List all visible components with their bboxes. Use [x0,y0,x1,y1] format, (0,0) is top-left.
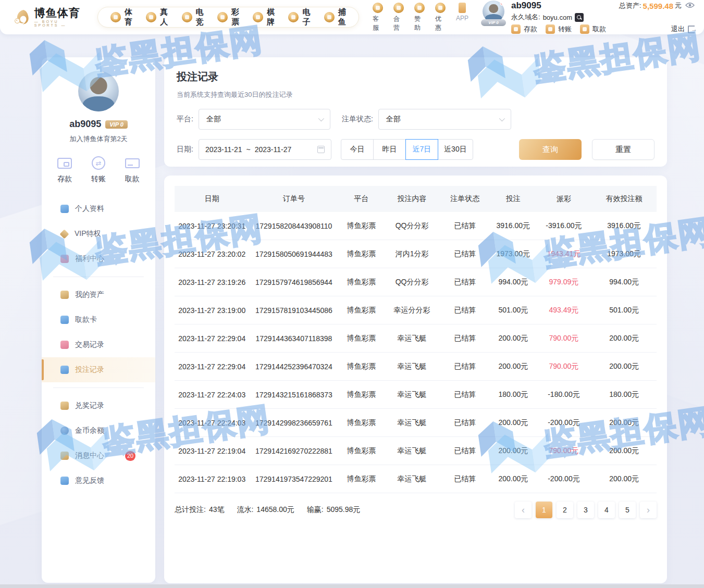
partnership-link[interactable]: 合营 [393,3,404,32]
page-button-3[interactable]: 3 [577,502,594,518]
nav-item-live-casino[interactable]: 真人 [146,7,168,27]
page: 博鱼体育 — BOYU SPORTS — 体育 真人 电竞 彩票 棋牌 电子 捕… [0,0,704,588]
cell-content: QQ分分彩 [384,221,439,231]
platform-label: 平台: [177,115,193,124]
nav-label: 体育 [125,7,132,27]
platform-value: 全部 [206,115,221,124]
eye-icon[interactable] [685,1,695,10]
quick-today-button[interactable]: 今日 [341,139,374,160]
quick-30days-button[interactable]: 近30日 [438,139,473,160]
search-icon[interactable] [575,13,584,22]
notification-dot [500,1,504,6]
cell-platform: 博鱼彩票 [339,362,385,371]
nav-item-esports[interactable]: 电竞 [182,7,204,27]
sidebar-item-coin-balance[interactable]: 金币余额 [42,418,155,443]
cell-payout: -3916.00元 [536,221,591,231]
col-order: 订单号 [249,194,338,204]
page-button-5[interactable]: 5 [619,502,636,518]
sidebar-item-transactions[interactable]: 交易记录 [42,332,155,357]
transfer-circle-icon: ⇄ [92,156,105,170]
quick-7days-button[interactable]: 近7日 [405,139,438,160]
nav-item-fishing[interactable]: 捕鱼 [324,7,346,27]
cell-content: 幸运分分彩 [384,306,439,315]
quick-withdraw[interactable]: 取款 [125,156,140,184]
promotions-icon [435,3,446,13]
cell-bet: 180.00元 [490,390,536,399]
cell-content: 幸运飞艇 [384,362,439,371]
nav-label: 真人 [160,7,168,27]
nav-item-lottery[interactable]: 彩票 [217,7,239,27]
prev-page-button[interactable]: ‹ [515,502,532,518]
page-button-4[interactable]: 4 [598,502,615,518]
cell-order: 1729144252396470324 [249,362,338,371]
date-separator: ~ [246,145,250,154]
sidebar-item-withdraw-card[interactable]: 取款卡 [42,307,155,332]
next-page-button[interactable]: › [640,502,657,518]
sponsor-icon [414,3,425,13]
sidebar-item-vip[interactable]: VIP特权 [42,221,155,246]
quick-transfer[interactable]: ⇄转账 [91,156,106,184]
transfer-button[interactable]: 转账 [546,24,572,34]
nav-item-slots[interactable]: 电子 [288,7,310,27]
col-payout: 派彩 [536,194,591,204]
profile-avatar[interactable] [78,71,119,111]
page-button-2[interactable]: 2 [557,502,573,518]
sidebar-item-prize-records[interactable]: 兑奖记录 [42,393,155,418]
summary: 总计投注:43笔 流水:14658.00元 输赢:5095.98元 [175,505,360,515]
divider [53,387,144,388]
logout-button[interactable]: 退出 [671,24,695,34]
page-button-1[interactable]: 1 [536,502,552,518]
vip-badge: VIP 0 [105,120,128,129]
sidebar-item-welfare[interactable]: 福利中心 [42,246,155,271]
nav-item-sports[interactable]: 体育 [110,7,132,27]
chevron-down-icon [499,116,505,121]
customer-service-link[interactable]: 客服 [373,3,383,32]
winloss-value: 5095.98元 [327,505,361,515]
reset-button[interactable]: 重置 [592,139,654,160]
cell-date: 2023-11-27 23:20:02 [175,250,249,258]
profile-icon [60,205,69,213]
assets-label: 总资产: [619,1,641,10]
sidebar-item-assets[interactable]: 我的资产 [42,282,155,307]
user-avatar-wrap[interactable]: VIP 0 [481,1,506,34]
menu-label: 金币余额 [75,426,104,435]
joined-text: 加入博鱼体育第2天 [42,134,155,144]
nav-label: 捕鱼 [338,7,346,27]
date-range-input[interactable]: 2023-11-21 ~ 2023-11-27 [199,139,331,160]
platform-select[interactable]: 全部 [199,109,330,130]
cell-bet: 3916.00元 [490,221,536,231]
date-to: 2023-11-27 [255,145,292,154]
app-icon [459,3,466,13]
quick-yesterday-button[interactable]: 昨日 [373,139,406,160]
cell-platform: 博鱼彩票 [339,474,385,484]
domain-label: 永久域名: [511,12,540,22]
cell-order: 1729144363407118398 [249,334,338,343]
cell-platform: 博鱼彩票 [339,249,385,259]
cell-status: 已结算 [440,446,490,456]
chevron-down-icon [318,116,324,121]
cell-date: 2023-11-27 23:19:00 [175,306,249,315]
sidebar-item-messages[interactable]: 消息中心20 [42,443,155,468]
search-button[interactable]: 查询 [519,139,582,160]
withdraw-button[interactable]: 取款 [580,24,606,34]
nav-item-card-games[interactable]: 棋牌 [253,7,275,27]
sponsor-link[interactable]: 赞助 [414,3,425,32]
sidebar-item-bet-records[interactable]: 投注记录 [42,357,155,382]
status-select[interactable]: 全部 [378,109,511,130]
app-download-link[interactable]: APP [456,3,468,22]
table-row: 2023-11-27 22:19:041729142169270222881博鱼… [175,437,657,465]
brand-logo[interactable]: 博鱼体育 — BOYU SPORTS — [13,6,82,28]
sidebar-item-feedback[interactable]: 意见反馈 [42,468,155,493]
domain-value: boyu.com [543,14,572,21]
cell-bet: 200.00元 [490,446,536,456]
cell-date: 2023-11-27 22:29:04 [175,362,249,371]
deposit-button[interactable]: 存款 [511,24,537,34]
quick-label: 转账 [91,174,106,184]
quick-deposit[interactable]: 存款 [57,156,72,184]
cell-order: 1729158050691944483 [249,250,338,258]
page-subtitle: 当前系统支持查询最近30日的投注记录 [177,90,654,99]
sidebar-item-profile[interactable]: 个人资料 [42,196,155,221]
wallet-icon [57,156,72,170]
promotions-link[interactable]: 优惠 [435,3,446,32]
cell-date: 2023-11-27 22:19:03 [175,475,249,483]
